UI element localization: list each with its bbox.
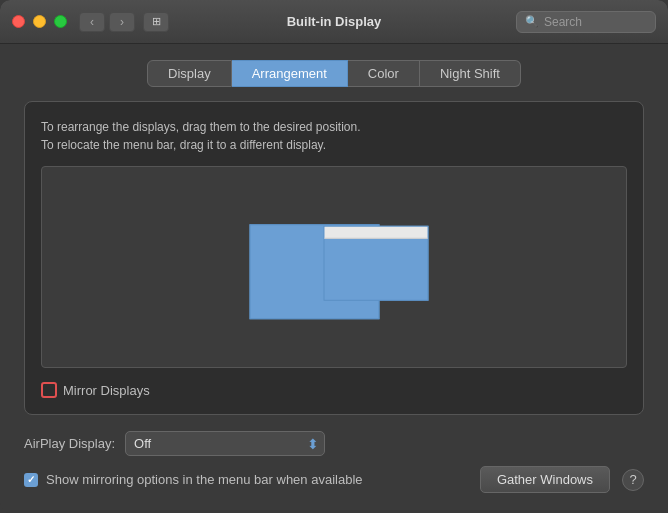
minimize-button[interactable] [33, 15, 46, 28]
airplay-select-wrapper[interactable]: Off On ⬍ [125, 431, 325, 456]
nav-buttons: ‹ › ⊞ [79, 12, 169, 32]
tab-night-shift[interactable]: Night Shift [420, 60, 521, 87]
mirror-displays-row: Mirror Displays [41, 382, 627, 398]
maximize-button[interactable] [54, 15, 67, 28]
mirroring-label: Show mirroring options in the menu bar w… [46, 472, 472, 487]
titlebar: ‹ › ⊞ Built-in Display 🔍 [0, 0, 668, 44]
help-button[interactable]: ? [622, 469, 644, 491]
display-secondary[interactable] [324, 226, 429, 301]
mirror-displays-checkbox[interactable] [41, 382, 57, 398]
airplay-row: AirPlay Display: Off On ⬍ [24, 431, 644, 456]
airplay-select[interactable]: Off On [125, 431, 325, 456]
arrangement-panel: To rearrange the displays, drag them to … [24, 101, 644, 415]
search-icon: 🔍 [525, 15, 539, 28]
traffic-lights [12, 15, 67, 28]
menubar-indicator [325, 227, 428, 239]
window-title: Built-in Display [287, 14, 382, 29]
grid-button[interactable]: ⊞ [143, 12, 169, 32]
bottom-section: AirPlay Display: Off On ⬍ Show mirroring… [24, 431, 644, 493]
tabs: Display Arrangement Color Night Shift [24, 60, 644, 87]
instruction-text: To rearrange the displays, drag them to … [41, 118, 627, 154]
mirroring-checkbox[interactable] [24, 473, 38, 487]
back-button[interactable]: ‹ [79, 12, 105, 32]
tab-color[interactable]: Color [348, 60, 420, 87]
tab-arrangement[interactable]: Arrangement [232, 60, 348, 87]
airplay-label: AirPlay Display: [24, 436, 115, 451]
search-input[interactable] [544, 15, 647, 29]
display-area[interactable] [41, 166, 627, 368]
mirror-displays-label: Mirror Displays [63, 383, 150, 398]
mirroring-row: Show mirroring options in the menu bar w… [24, 466, 644, 493]
gather-windows-button[interactable]: Gather Windows [480, 466, 610, 493]
main-content: Display Arrangement Color Night Shift To… [0, 44, 668, 513]
search-box[interactable]: 🔍 [516, 11, 656, 33]
tab-display[interactable]: Display [147, 60, 232, 87]
close-button[interactable] [12, 15, 25, 28]
forward-button[interactable]: › [109, 12, 135, 32]
